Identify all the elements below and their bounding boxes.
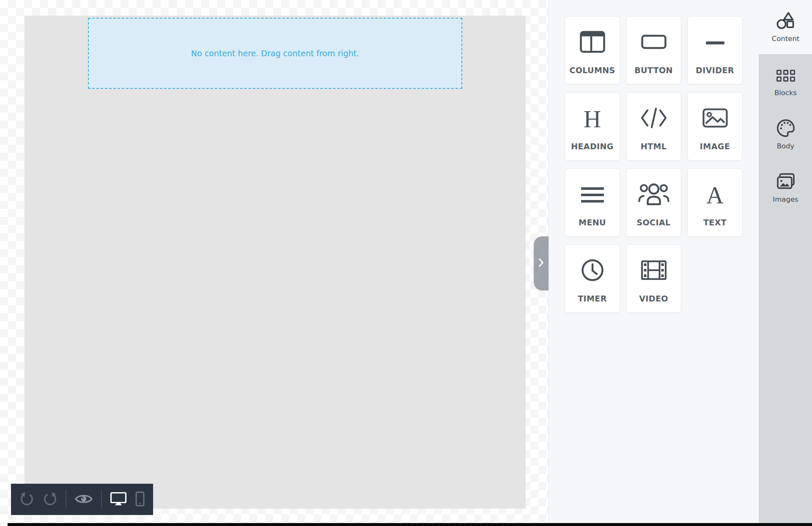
undo-icon — [19, 492, 34, 507]
redo-button[interactable] — [43, 492, 58, 507]
content-tiles-grid: COLUMNS BUTTONDIVIDERHHEADING HTML IMAGE… — [565, 16, 746, 313]
content-tile-social[interactable]: SOCIAL — [626, 168, 681, 237]
bottom-edge-bar — [8, 523, 812, 526]
tile-label: HTML — [641, 142, 667, 151]
divider-icon — [706, 29, 724, 56]
tile-label: TIMER — [578, 294, 607, 303]
tile-label: VIDEO — [639, 294, 668, 303]
tab-label: Blocks — [774, 89, 797, 97]
tab-images[interactable]: Images — [759, 161, 812, 214]
mobile-icon — [135, 491, 145, 508]
undo-button[interactable] — [19, 492, 34, 507]
tile-label: HEADING — [571, 142, 614, 151]
social-icon — [638, 181, 669, 208]
mobile-button[interactable] — [135, 491, 145, 508]
content-tile-video[interactable]: VIDEO — [626, 244, 681, 313]
chevron-right-icon — [538, 258, 544, 269]
columns-icon — [580, 29, 605, 56]
dropzone-message: No content here. Drag content from right… — [191, 49, 359, 58]
toolbar-divider — [66, 490, 66, 509]
image-icon — [702, 105, 728, 132]
tile-label: DIVIDER — [696, 66, 734, 75]
tab-body[interactable]: Body — [759, 107, 812, 161]
tile-label: SOCIAL — [636, 218, 670, 227]
menu-icon — [581, 181, 604, 208]
desktop-icon — [110, 492, 127, 507]
content-panel: COLUMNS BUTTONDIVIDERHHEADING HTML IMAGE… — [549, 0, 812, 526]
eye-icon — [75, 493, 93, 506]
blocks-icon — [776, 67, 795, 85]
body-icon — [776, 120, 795, 138]
text-icon: A — [706, 181, 724, 208]
tile-label: TEXT — [703, 218, 727, 227]
desktop-button[interactable] — [110, 492, 127, 507]
tile-label: IMAGE — [700, 142, 730, 151]
content-tile-menu[interactable]: MENU — [565, 168, 620, 237]
tile-label: MENU — [579, 218, 606, 227]
tab-label: Content — [772, 35, 800, 43]
content-tile-divider[interactable]: DIVIDER — [687, 16, 743, 85]
button-icon — [641, 29, 667, 56]
content-tile-timer[interactable]: TIMER — [565, 244, 620, 313]
toolbar-divider — [101, 490, 102, 509]
preview-button[interactable] — [75, 493, 93, 506]
content-icon — [776, 13, 796, 30]
empty-dropzone[interactable]: No content here. Drag content from right… — [88, 18, 462, 89]
redo-icon — [43, 492, 58, 507]
tab-blocks[interactable]: Blocks — [759, 54, 812, 107]
email-body-area: No content here. Drag content from right… — [25, 16, 526, 509]
tab-label: Body — [777, 142, 795, 150]
tab-label: Images — [773, 195, 798, 203]
panel-collapse-handle[interactable] — [534, 236, 549, 290]
html-icon — [640, 105, 667, 132]
sidebar-tabs: ContentBlocks Body Images — [759, 0, 812, 526]
tab-content[interactable]: Content — [759, 0, 812, 54]
content-tile-text[interactable]: ATEXT — [687, 168, 743, 237]
images-icon — [776, 173, 796, 191]
editor-toolbar — [11, 484, 153, 515]
tile-label: BUTTON — [634, 66, 673, 75]
timer-icon — [581, 258, 604, 285]
video-icon — [641, 258, 667, 285]
content-tile-html[interactable]: HTML — [626, 92, 681, 161]
content-tile-image[interactable]: IMAGE — [687, 92, 743, 161]
tile-label: COLUMNS — [569, 66, 615, 75]
design-canvas: No content here. Drag content from right… — [0, 0, 549, 526]
content-tile-button[interactable]: BUTTON — [626, 16, 681, 85]
content-tile-heading[interactable]: HHEADING — [565, 92, 620, 161]
heading-icon: H — [584, 105, 601, 132]
content-tile-columns[interactable]: COLUMNS — [565, 16, 620, 85]
